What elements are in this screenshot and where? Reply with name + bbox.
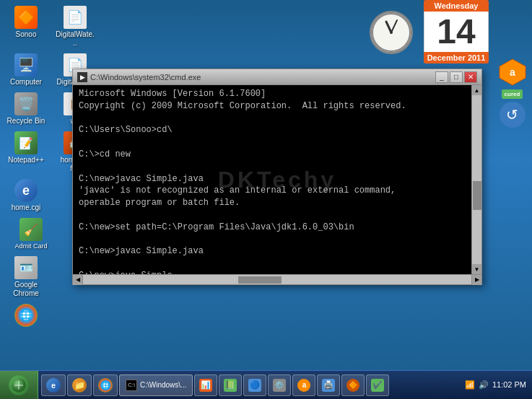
clock-face	[370, 11, 413, 54]
icon-label-admitcard: Google Chrome	[6, 281, 46, 298]
calendar-month-year: December 2011	[424, 52, 489, 63]
start-button[interactable]	[0, 371, 38, 399]
desktop-icon-chrome[interactable]: 🌐	[6, 304, 46, 328]
icon-label-notepad: Notepad++	[8, 156, 44, 165]
secured-badge: cured	[502, 89, 523, 99]
calendar-widget: Wednesday 14 December 2011	[424, 0, 489, 63]
cmd-hscrollbar[interactable]: ◀ ▶	[73, 274, 481, 284]
cmd-scrollbar[interactable]: ▲ ▼	[471, 85, 481, 274]
ie-taskbar-icon: e	[46, 378, 61, 393]
taskbar-icon-2[interactable]: 📗	[219, 374, 242, 396]
desktop-icon-notepad[interactable]: 📝 Notepad++	[6, 131, 46, 173]
icon-row-1: 🔶 Sonoo 📄 DigitalWate...	[6, 6, 95, 48]
start-orb	[9, 375, 29, 395]
explorer-taskbar-icon: 📁	[72, 378, 87, 393]
taskbar-icon-2-img: 📗	[224, 379, 237, 392]
refresh-icon[interactable]: ↺	[500, 102, 526, 128]
taskbar-icon-5-img: a	[297, 379, 310, 392]
calendar-day-number: 14	[424, 12, 489, 52]
icon-label-digitalwate1: DigitalWate...	[55, 30, 95, 48]
taskbar-chrome-icon[interactable]: 🌐	[93, 374, 118, 396]
taskbar-icon-5[interactable]: a	[292, 374, 315, 396]
taskbar-clock[interactable]: 11:02 PM	[492, 380, 526, 390]
hscroll-left-arrow[interactable]: ◀	[73, 275, 83, 285]
close-button[interactable]: ✕	[464, 71, 477, 83]
hscroll-thumb[interactable]	[238, 276, 282, 284]
desktop-icon-recyclebin[interactable]: 🗑️ Recycle Bin	[6, 92, 46, 126]
taskbar-icon-8[interactable]: ✔️	[366, 374, 389, 396]
tray-icons: 📶 🔊	[464, 380, 489, 391]
icon-label-cleaner: Admit Card	[14, 242, 47, 250]
svg-text:a: a	[510, 66, 515, 78]
hscroll-right-arrow[interactable]: ▶	[471, 275, 481, 285]
taskbar-icon-4-img: ⚙️	[273, 379, 286, 392]
avast-icon: a	[498, 58, 527, 87]
cmd-window: ▶ C:\Windows\system32\cmd.exe _ □ ✕ Micr…	[72, 69, 482, 285]
scrollbar-up-arrow[interactable]: ▲	[472, 85, 481, 95]
taskbar-icon-1[interactable]: 📊	[194, 374, 217, 396]
clock-widget	[366, 7, 417, 58]
minimize-button[interactable]: _	[435, 71, 448, 83]
desktop-icon-ie[interactable]: e home.cgi	[6, 179, 46, 212]
taskbar-icon-3[interactable]: 🔵	[243, 374, 266, 396]
cmd-task-icon: C:\	[126, 380, 137, 391]
taskbar-icon-1-img: 📊	[199, 379, 212, 392]
taskbar-icon-7-img: 🔶	[346, 379, 359, 392]
taskbar-icon-7[interactable]: 🔶	[341, 374, 365, 396]
taskbar-icon-3-img: 🔵	[248, 379, 261, 392]
tray-network-icon[interactable]: 📶	[464, 380, 476, 391]
cmd-output: Microsoft Windows [Version 6.1.7600] Cop…	[79, 88, 476, 274]
scrollbar-thumb[interactable]	[473, 181, 481, 210]
taskbar-icon-4[interactable]: ⚙️	[268, 374, 291, 396]
avast-area: a cured ↺	[492, 58, 532, 144]
cmd-title-text: C:\Windows\system32\cmd.exe	[90, 73, 432, 82]
desktop-icon-cleaner[interactable]: 🧹 Admit Card	[6, 218, 56, 250]
desktop-icon-admitcard[interactable]: 🪪 Google Chrome	[6, 256, 46, 298]
desktop: 🔶 Sonoo 📄 DigitalWate... 🖥️ Computer 📄 D…	[0, 0, 532, 399]
taskbar-icon-8-img: ✔️	[371, 379, 384, 392]
taskbar-cmd-task[interactable]: C:\ C:\Windows\...	[119, 374, 193, 396]
taskbar-ie-icon[interactable]: e	[41, 374, 66, 396]
taskbar-items-area: e 📁 🌐 C:\ C:\Windows\... 📊 📗 🔵	[38, 371, 458, 399]
scrollbar-down-arrow[interactable]: ▼	[472, 264, 481, 274]
cmd-title-icon: ▶	[77, 72, 87, 82]
system-tray: 📶 🔊 11:02 PM	[458, 380, 532, 391]
hscroll-track	[83, 275, 471, 284]
taskbar-icon-6-img: 🖨️	[322, 379, 335, 392]
chrome-taskbar-icon: 🌐	[98, 378, 113, 393]
icon-row-8: 🌐	[6, 304, 95, 328]
taskbar: e 📁 🌐 C:\ C:\Windows\... 📊 📗 🔵	[0, 370, 532, 399]
desktop-icon-sonoo[interactable]: 🔶 Sonoo	[6, 6, 46, 48]
tray-volume-icon[interactable]: 🔊	[478, 380, 489, 391]
taskbar-cmd-label: C:\Windows\...	[140, 381, 186, 389]
calendar-day-of-week: Wednesday	[424, 0, 489, 12]
cmd-titlebar-buttons: _ □ ✕	[435, 71, 477, 83]
svg-point-3	[390, 31, 393, 34]
desktop-icon-computer[interactable]: 🖥️ Computer	[6, 53, 46, 87]
taskbar-icon-6[interactable]: 🖨️	[317, 374, 340, 396]
icon-label-computer: Computer	[10, 78, 42, 87]
desktop-icon-digitalwate1[interactable]: 📄 DigitalWate...	[55, 6, 95, 48]
cmd-titlebar[interactable]: ▶ C:\Windows\system32\cmd.exe _ □ ✕	[73, 69, 481, 85]
taskbar-explorer-icon[interactable]: 📁	[67, 374, 92, 396]
icon-label-sonoo: Sonoo	[16, 30, 37, 39]
maximize-button[interactable]: □	[450, 71, 463, 83]
cmd-body[interactable]: Microsoft Windows [Version 6.1.7600] Cop…	[73, 85, 481, 274]
icon-label-recyclebin: Recycle Bin	[7, 117, 45, 126]
icon-label-ie: home.cgi	[12, 203, 41, 212]
